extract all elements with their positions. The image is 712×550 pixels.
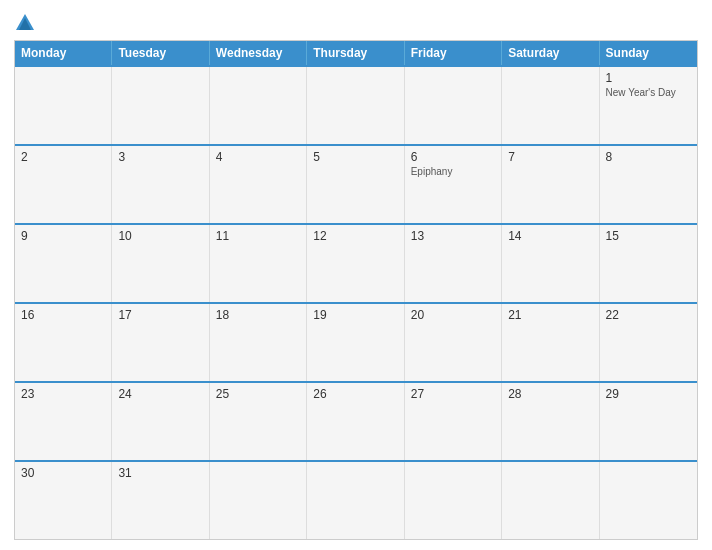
cal-cell-16: 16 bbox=[15, 304, 112, 381]
cal-cell-18: 18 bbox=[210, 304, 307, 381]
day-number: 1 bbox=[606, 71, 691, 85]
weekday-header-sunday: Sunday bbox=[600, 41, 697, 65]
day-number: 16 bbox=[21, 308, 105, 322]
cal-cell-30: 30 bbox=[15, 462, 112, 539]
day-number: 29 bbox=[606, 387, 691, 401]
cal-cell-13: 13 bbox=[405, 225, 502, 302]
day-number: 17 bbox=[118, 308, 202, 322]
day-number: 28 bbox=[508, 387, 592, 401]
cal-cell-1: 1New Year's Day bbox=[600, 67, 697, 144]
cal-cell-empty-0-5 bbox=[502, 67, 599, 144]
day-number: 19 bbox=[313, 308, 397, 322]
cal-cell-empty-0-4 bbox=[405, 67, 502, 144]
week-row-1: 1New Year's Day bbox=[15, 65, 697, 144]
cal-cell-11: 11 bbox=[210, 225, 307, 302]
holiday-name: Epiphany bbox=[411, 166, 495, 177]
day-number: 30 bbox=[21, 466, 105, 480]
day-number: 12 bbox=[313, 229, 397, 243]
day-number: 14 bbox=[508, 229, 592, 243]
weekday-header-friday: Friday bbox=[405, 41, 502, 65]
week-row-4: 16171819202122 bbox=[15, 302, 697, 381]
page-header bbox=[14, 12, 698, 34]
day-number: 7 bbox=[508, 150, 592, 164]
day-number: 6 bbox=[411, 150, 495, 164]
day-number: 26 bbox=[313, 387, 397, 401]
day-number: 25 bbox=[216, 387, 300, 401]
day-number: 24 bbox=[118, 387, 202, 401]
cal-cell-9: 9 bbox=[15, 225, 112, 302]
day-number: 8 bbox=[606, 150, 691, 164]
cal-cell-29: 29 bbox=[600, 383, 697, 460]
day-number: 21 bbox=[508, 308, 592, 322]
logo bbox=[14, 12, 40, 34]
weekday-header-saturday: Saturday bbox=[502, 41, 599, 65]
cal-cell-7: 7 bbox=[502, 146, 599, 223]
calendar-grid: MondayTuesdayWednesdayThursdayFridaySatu… bbox=[14, 40, 698, 540]
cal-cell-14: 14 bbox=[502, 225, 599, 302]
cal-cell-31: 31 bbox=[112, 462, 209, 539]
calendar-body: 1New Year's Day23456Epiphany789101112131… bbox=[15, 65, 697, 539]
cal-cell-6: 6Epiphany bbox=[405, 146, 502, 223]
weekday-header-row: MondayTuesdayWednesdayThursdayFridaySatu… bbox=[15, 41, 697, 65]
cal-cell-26: 26 bbox=[307, 383, 404, 460]
week-row-3: 9101112131415 bbox=[15, 223, 697, 302]
day-number: 15 bbox=[606, 229, 691, 243]
cal-cell-empty-5-6 bbox=[600, 462, 697, 539]
day-number: 9 bbox=[21, 229, 105, 243]
cal-cell-17: 17 bbox=[112, 304, 209, 381]
weekday-header-wednesday: Wednesday bbox=[210, 41, 307, 65]
cal-cell-21: 21 bbox=[502, 304, 599, 381]
cal-cell-28: 28 bbox=[502, 383, 599, 460]
cal-cell-empty-0-0 bbox=[15, 67, 112, 144]
week-row-2: 23456Epiphany78 bbox=[15, 144, 697, 223]
cal-cell-empty-0-2 bbox=[210, 67, 307, 144]
day-number: 20 bbox=[411, 308, 495, 322]
cal-cell-24: 24 bbox=[112, 383, 209, 460]
cal-cell-empty-0-3 bbox=[307, 67, 404, 144]
cal-cell-8: 8 bbox=[600, 146, 697, 223]
day-number: 10 bbox=[118, 229, 202, 243]
day-number: 18 bbox=[216, 308, 300, 322]
weekday-header-thursday: Thursday bbox=[307, 41, 404, 65]
weekday-header-tuesday: Tuesday bbox=[112, 41, 209, 65]
calendar-page: MondayTuesdayWednesdayThursdayFridaySatu… bbox=[0, 0, 712, 550]
day-number: 27 bbox=[411, 387, 495, 401]
day-number: 31 bbox=[118, 466, 202, 480]
cal-cell-4: 4 bbox=[210, 146, 307, 223]
cal-cell-2: 2 bbox=[15, 146, 112, 223]
day-number: 2 bbox=[21, 150, 105, 164]
day-number: 5 bbox=[313, 150, 397, 164]
day-number: 11 bbox=[216, 229, 300, 243]
day-number: 4 bbox=[216, 150, 300, 164]
cal-cell-12: 12 bbox=[307, 225, 404, 302]
cal-cell-27: 27 bbox=[405, 383, 502, 460]
cal-cell-15: 15 bbox=[600, 225, 697, 302]
cal-cell-25: 25 bbox=[210, 383, 307, 460]
weekday-header-monday: Monday bbox=[15, 41, 112, 65]
day-number: 22 bbox=[606, 308, 691, 322]
day-number: 3 bbox=[118, 150, 202, 164]
logo-icon bbox=[14, 12, 36, 34]
cal-cell-3: 3 bbox=[112, 146, 209, 223]
cal-cell-5: 5 bbox=[307, 146, 404, 223]
cal-cell-empty-5-4 bbox=[405, 462, 502, 539]
week-row-5: 23242526272829 bbox=[15, 381, 697, 460]
day-number: 13 bbox=[411, 229, 495, 243]
cal-cell-22: 22 bbox=[600, 304, 697, 381]
cal-cell-empty-5-2 bbox=[210, 462, 307, 539]
holiday-name: New Year's Day bbox=[606, 87, 691, 98]
cal-cell-20: 20 bbox=[405, 304, 502, 381]
cal-cell-23: 23 bbox=[15, 383, 112, 460]
cal-cell-empty-0-1 bbox=[112, 67, 209, 144]
week-row-6: 3031 bbox=[15, 460, 697, 539]
cal-cell-19: 19 bbox=[307, 304, 404, 381]
day-number: 23 bbox=[21, 387, 105, 401]
cal-cell-empty-5-3 bbox=[307, 462, 404, 539]
cal-cell-10: 10 bbox=[112, 225, 209, 302]
cal-cell-empty-5-5 bbox=[502, 462, 599, 539]
